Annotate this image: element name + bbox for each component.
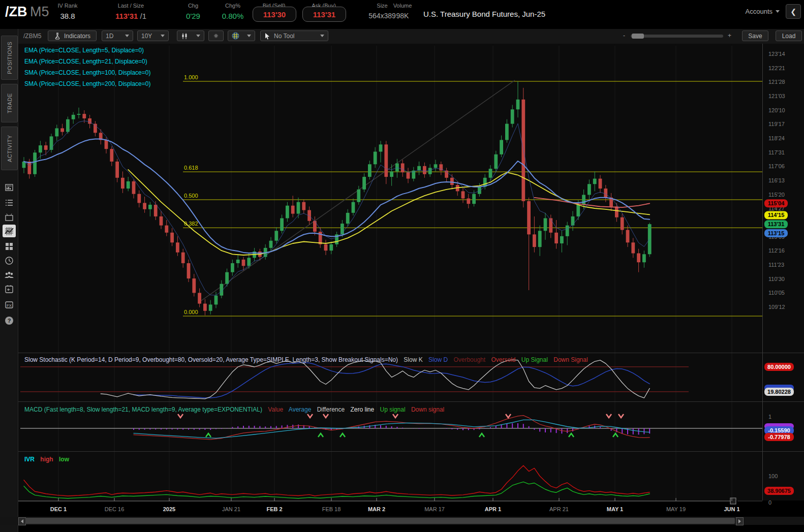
legend-overbought: Overbought [453,356,485,363]
svg-text:110'05: 110'05 [768,290,785,296]
iv-rank-value: 38.8 [52,12,83,20]
aggregation-dropdown[interactable]: 1D [102,30,133,41]
chevron-down-icon [125,35,129,37]
macd-title[interactable]: MACD (Fast length=8, Slow length=21, MAC… [24,406,262,413]
iv-rank-label: IV Rank [52,3,83,9]
save-label: Save [748,33,762,40]
chg-value: 0'29 [177,12,209,20]
scrollbar-thumb[interactable] [25,518,735,524]
stochastic-legend: Slow Stochastic (K Period=14, D Period=9… [24,356,592,363]
drawing-tool-value: No Tool [274,33,294,40]
svg-text:APR 1: APR 1 [485,506,501,512]
drawing-tool-dropdown[interactable]: No Tool [260,30,328,41]
flask-icon [54,33,61,40]
candlestick-icon [181,33,188,40]
gear-icon [214,32,218,40]
svg-text:113'31: 113'31 [768,221,785,227]
svg-text:121'28: 121'28 [768,79,785,85]
indicators-label: Indicators [64,33,90,40]
svg-text:122'21: 122'21 [768,65,785,71]
chevron-left-icon: ❮ [790,8,796,16]
legend-down-signal: Down Signal [553,356,587,363]
last-size: /1 [140,12,147,20]
pattern-grid-icon [232,32,239,40]
legend-slow-k: Slow K [404,356,422,363]
svg-text:FEB 18: FEB 18 [322,506,341,512]
instrument-description: U.S. Treasury Bond Futures, Jun-25 [423,10,545,18]
legend-ema5[interactable]: EMA (Price=CLOSE, Length=5, Displace=0) [24,45,150,56]
svg-text:110'30: 110'30 [768,276,785,282]
overlay-legend: EMA (Price=CLOSE, Length=5, Displace=0) … [24,45,150,89]
aggregation-value: 1D [106,33,113,40]
scroll-right-button[interactable] [736,517,744,525]
legend-slow-d: Slow D [428,356,448,363]
legend-ivr-low: low [59,456,69,463]
legend-ema21[interactable]: EMA (Price=CLOSE, Length=21, Displace=0) [24,56,150,67]
svg-text:MAR 17: MAR 17 [424,506,445,512]
ivr-legend: IVR high low [24,456,73,463]
legend-macd-down: Down signal [411,406,444,413]
chevron-down-icon [161,35,165,37]
zoom-slider[interactable] [631,35,723,38]
legend-sma200[interactable]: SMA (Price=CLOSE, Length=200, Displace=0… [24,78,150,89]
bid-price: 113'30 [263,10,286,19]
svg-text:MAY 19: MAY 19 [666,506,686,512]
chart-settings-button[interactable] [208,30,224,41]
legend-macd-average: Average [289,406,311,413]
zoom-out-label[interactable]: - [623,32,625,39]
svg-text:19.80228: 19.80228 [767,389,791,395]
arrow-right-icon [738,519,741,523]
legend-sma100[interactable]: SMA (Price=CLOSE, Length=100, Displace=0… [24,67,150,78]
chg-pct-label: Chg% [213,3,252,9]
volume-value: 98K [389,12,416,20]
chevron-down-icon [247,35,251,37]
chart-style-dropdown[interactable] [177,30,204,41]
svg-text:120'10: 120'10 [768,107,785,113]
chevron-down-icon [320,35,324,37]
svg-text:FEB 2: FEB 2 [266,506,282,512]
svg-text:-0.15590: -0.15590 [768,427,790,433]
svg-text:0.000: 0.000 [184,309,198,315]
patterns-dropdown[interactable] [228,30,255,41]
range-value: 10Y [141,33,152,40]
svg-text:116'13: 116'13 [768,177,785,183]
chg-label: Chg [177,3,209,9]
ivr-title[interactable]: IVR [24,456,35,463]
svg-text:-0.77978: -0.77978 [768,434,790,440]
stochastic-title[interactable]: Slow Stochastic (K Period=14, D Period=9… [24,356,398,363]
legend-macd-up: Up signal [380,406,406,413]
indicators-button[interactable]: Indicators [48,30,97,41]
accounts-dropdown[interactable]: Accounts [746,8,780,15]
macd-legend: MACD (Fast length=8, Slow length=21, MAC… [24,406,448,413]
quote-header: /ZB M5 IV Rank 38.8 Last / Size 113'31 /… [0,0,804,29]
svg-text:117'06: 117'06 [768,163,785,169]
svg-text:100: 100 [768,473,778,479]
ask-button[interactable]: 113'31 [302,7,346,22]
horizontal-scrollbar[interactable] [0,517,804,525]
trading-platform-window: { "header": { "symbol": "/ZB", "contract… [0,0,804,532]
svg-text:114'15: 114'15 [768,212,785,218]
bid-button[interactable]: 113'30 [253,7,296,22]
save-button[interactable]: Save [742,30,768,41]
legend-oversold: Oversold [491,356,515,363]
svg-text:1.000: 1.000 [184,74,198,80]
zoom-in-label[interactable]: + [728,32,731,39]
range-dropdown[interactable]: 10Y [137,30,169,41]
volume-label: Volume [389,3,416,9]
symbol-contract: M5 [30,4,49,20]
scroll-left-button[interactable] [18,517,26,525]
svg-text:112'16: 112'16 [768,247,785,254]
svg-text:DEC 1: DEC 1 [50,506,67,512]
arrow-left-icon [21,519,23,523]
svg-text:80.00000: 80.00000 [767,364,791,370]
svg-text:115'04: 115'04 [768,200,785,206]
legend-ivr-high: high [40,456,53,463]
zoom-slider-handle[interactable] [632,34,644,39]
svg-text:DEC 16: DEC 16 [105,506,125,512]
load-button[interactable]: Load [776,30,802,41]
svg-text:2025: 2025 [163,506,175,512]
collapse-panel-button[interactable]: ❮ [786,4,801,19]
svg-text:1: 1 [768,414,771,420]
toolbar-symbol: /ZBM5 [23,33,41,40]
chart-canvas[interactable]: 1.0000.6180.5000.3820.000123'14122'21121… [0,44,804,516]
